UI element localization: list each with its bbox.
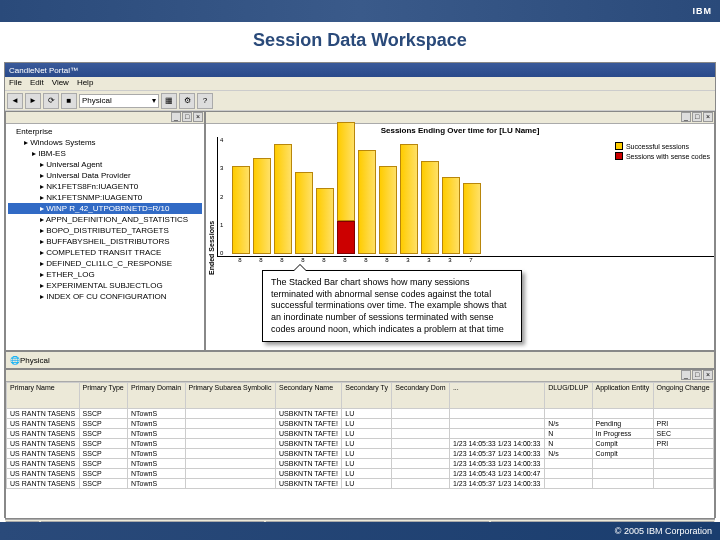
pane-close-icon[interactable]: ×	[703, 112, 713, 122]
tree-item[interactable]: ▸ DEFINED_CLI1LC_C_RESPONSE	[8, 258, 202, 269]
column-header[interactable]: Primary Domain	[127, 383, 185, 409]
session-table[interactable]: Primary NamePrimary TypePrimary DomainPr…	[6, 382, 714, 489]
column-header[interactable]: ...	[449, 383, 544, 409]
tb-nav-fwd[interactable]: ►	[25, 93, 41, 109]
tb-settings-icon[interactable]: ⚙	[179, 93, 195, 109]
pane-min-icon[interactable]: _	[681, 370, 691, 380]
bar	[253, 158, 271, 254]
app-window: CandleNet Portal™ File Edit View Help ◄ …	[4, 62, 716, 518]
column-header[interactable]: DLUG/DLUP	[545, 383, 592, 409]
bar	[232, 166, 250, 254]
slide-title: Session Data Workspace	[0, 22, 720, 55]
legend-item: Sessions with sense codes	[615, 152, 710, 160]
tb-help-icon[interactable]: ?	[197, 93, 213, 109]
legend-swatch-red	[615, 152, 623, 160]
menu-edit[interactable]: Edit	[30, 78, 44, 89]
tree-item[interactable]: ▸ Universal Data Provider	[8, 170, 202, 181]
physical-tab[interactable]: 🌐 Physical	[5, 351, 715, 369]
table-row[interactable]: US RANTN TASENSSSCPNTownSUSBKNTN TAFTE!L…	[7, 429, 714, 439]
pane-max-icon[interactable]: □	[182, 112, 192, 122]
legend-label-0: Successful sessions	[626, 143, 689, 150]
callout-annotation: The Stacked Bar chart shows how many ses…	[262, 270, 522, 342]
bar	[442, 177, 460, 254]
tb-chart-icon[interactable]: ▦	[161, 93, 177, 109]
ibm-logo: IBM	[693, 6, 713, 16]
bar	[274, 144, 292, 254]
view-selector-value: Physical	[82, 96, 112, 105]
pane-close-icon[interactable]: ×	[193, 112, 203, 122]
table-row[interactable]: US RANTN TASENSSSCPNTownSUSBKNTN TAFTE!L…	[7, 419, 714, 429]
tb-refresh-icon[interactable]: ⟳	[43, 93, 59, 109]
column-header[interactable]: Primary Type	[79, 383, 127, 409]
pane-min-icon[interactable]: _	[681, 112, 691, 122]
navigator-tree[interactable]: Enterprise▸ Windows Systems▸ IBM-ES▸ Uni…	[6, 124, 204, 304]
column-header[interactable]: Primary Subarea Symbolic	[185, 383, 275, 409]
column-header[interactable]: Secondary Ty	[342, 383, 392, 409]
bar	[358, 150, 376, 255]
tree-item[interactable]: ▸ APPN_DEFINITION_AND_STATISTICS	[8, 214, 202, 225]
app-titlebar: CandleNet Portal™	[5, 63, 715, 77]
copyright: © 2005 IBM Corporation	[615, 526, 712, 536]
bar	[463, 183, 481, 255]
column-header[interactable]: Secondary Name	[276, 383, 342, 409]
tree-item[interactable]: ▸ EXPERIMENTAL SUBJECTLOG	[8, 280, 202, 291]
column-header[interactable]: Ongoing Change	[653, 383, 713, 409]
table-row[interactable]: US RANTN TASENSSSCPNTownSUSBKNTN TAFTE!L…	[7, 449, 714, 459]
table-row[interactable]: US RANTN TASENSSSCPNTownSUSBKNTN TAFTE!L…	[7, 439, 714, 449]
table-row[interactable]: US RANTN TASENSSSCPNTownSUSBKNTN TAFTE!L…	[7, 469, 714, 479]
menu-help[interactable]: Help	[77, 78, 93, 89]
tree-item[interactable]: ▸ NK1FETSNMP:IUAGENT0	[8, 192, 202, 203]
pane-min-icon[interactable]: _	[171, 112, 181, 122]
navigator-pane: _ □ × Enterprise▸ Windows Systems▸ IBM-E…	[5, 111, 205, 351]
bar	[421, 161, 439, 255]
legend-label-1: Sessions with sense codes	[626, 153, 710, 160]
tree-item[interactable]: ▸ IBM-ES	[8, 148, 202, 159]
pane-max-icon[interactable]: □	[692, 112, 702, 122]
tree-item[interactable]: Enterprise	[8, 126, 202, 137]
column-header[interactable]: Primary Name	[7, 383, 80, 409]
table-pane: _ □ × Primary NamePrimary TypePrimary Do…	[5, 369, 715, 519]
pane-controls: _ □ ×	[6, 112, 204, 124]
bar	[295, 172, 313, 255]
footer: © 2005 IBM Corporation	[0, 522, 720, 540]
pane-close-icon[interactable]: ×	[703, 370, 713, 380]
table-row[interactable]: US RANTN TASENSSSCPNTownSUSBKNTN TAFTE!L…	[7, 459, 714, 469]
chart-ylabel: Ended Sessions	[206, 137, 217, 277]
tb-stop-icon[interactable]: ■	[61, 93, 77, 109]
column-header[interactable]: Secondary Dom	[392, 383, 450, 409]
table-pane-controls: _ □ ×	[6, 370, 714, 382]
globe-icon: 🌐	[10, 356, 20, 365]
column-header[interactable]: Application Entity	[592, 383, 653, 409]
view-selector[interactable]: Physical ▾	[79, 94, 159, 108]
chevron-down-icon: ▾	[152, 96, 156, 105]
physical-tab-label: Physical	[20, 356, 50, 365]
menu-file[interactable]: File	[9, 78, 22, 89]
tb-nav-back[interactable]: ◄	[7, 93, 23, 109]
menubar: File Edit View Help	[5, 77, 715, 91]
tree-item[interactable]: ▸ NK1FETS8Fn:IUAGENT0	[8, 181, 202, 192]
pane-max-icon[interactable]: □	[692, 370, 702, 380]
bar	[379, 166, 397, 254]
tree-item[interactable]: ▸ Windows Systems	[8, 137, 202, 148]
top-banner: IBM	[0, 0, 720, 22]
menu-view[interactable]: View	[52, 78, 69, 89]
tree-item[interactable]: ▸ COMPLETED TRANSIT TRACE	[8, 247, 202, 258]
tree-item[interactable]: ▸ BOPO_DISTRIBUTED_TARGETS	[8, 225, 202, 236]
bar	[400, 144, 418, 254]
bar	[316, 188, 334, 254]
tree-item[interactable]: ▸ ETHER_LOG	[8, 269, 202, 280]
table-row[interactable]: US RANTN TASENSSSCPNTownSUSBKNTN TAFTE!L…	[7, 479, 714, 489]
app-title: CandleNet Portal™	[9, 66, 78, 75]
slide-area: Session Data Workspace CandleNet Portal™…	[0, 22, 720, 522]
chart-xticks: 888888883337	[217, 257, 714, 263]
chart-title: Sessions Ending Over time for [LU Name]	[206, 124, 714, 137]
chart-pane: _ □ × Sessions Ending Over time for [LU …	[205, 111, 715, 351]
tree-item[interactable]: ▸ BUFFABYSHEIL_DISTRIBUTORS	[8, 236, 202, 247]
legend-swatch-yellow	[615, 142, 623, 150]
chart-pane-controls: _ □ ×	[206, 112, 714, 124]
legend-item: Successful sessions	[615, 142, 710, 150]
tree-item[interactable]: ▸ WINP R_42_UTPOBRNETD=R/10	[8, 203, 202, 214]
tree-item[interactable]: ▸ Universal Agent	[8, 159, 202, 170]
tree-item[interactable]: ▸ INDEX OF CU CONFIGURATION	[8, 291, 202, 302]
table-row[interactable]: US RANTN TASENSSSCPNTownSUSBKNTN TAFTE!L…	[7, 409, 714, 419]
